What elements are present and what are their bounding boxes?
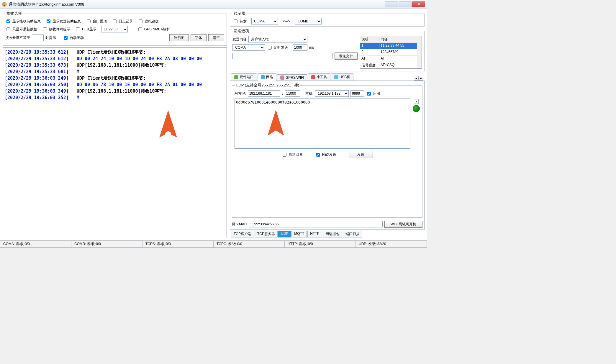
log-textarea[interactable]: [2020/2/29 19:35:33 612] UDP Client发送HEX… bbox=[3, 47, 227, 238]
hardware-icon bbox=[234, 75, 238, 79]
network-icon bbox=[261, 75, 265, 79]
forward-from-select[interactable]: COMA bbox=[251, 18, 278, 24]
hex-send-checkbox[interactable]: HEX发送 bbox=[315, 152, 337, 158]
tab-hardware-port[interactable]: 硬件端口 bbox=[231, 73, 257, 81]
send-file-input[interactable] bbox=[232, 53, 333, 59]
remote-ip-input[interactable] bbox=[248, 90, 280, 97]
right-pane: 转发器 转发 COMA <---> COMB 发送选项 发送内容 用户输入框 bbox=[230, 11, 425, 238]
usb-icon bbox=[334, 75, 338, 79]
length-ne-input[interactable] bbox=[32, 35, 44, 41]
network-panel: UDP (支持全网255.255.255.255广播) 对方IP: : 本机: … bbox=[230, 81, 425, 230]
recv-beep-checkbox[interactable]: 接收蜂鸣提示 bbox=[42, 27, 70, 32]
timed-send-checkbox[interactable]: 定时发送 bbox=[267, 45, 288, 50]
remote-ip-label: 对方IP: bbox=[235, 91, 246, 96]
subtab-mqtt[interactable]: MQTT bbox=[291, 231, 307, 237]
gps-nmea-checkbox[interactable]: GPS NMEA解析 bbox=[137, 27, 170, 32]
hex-display-checkbox[interactable]: HEX显示 bbox=[75, 27, 96, 32]
show-send-aux-checkbox[interactable]: 显示发送辅助信息 bbox=[45, 19, 81, 24]
forward-arrow-label: <---> bbox=[280, 19, 293, 23]
preset-row[interactable]: ATAT bbox=[360, 55, 422, 62]
tab-gprs-wifi[interactable]: GPRS/WIFI bbox=[277, 74, 307, 81]
udp-data-textarea[interactable] bbox=[235, 99, 410, 149]
status-comb: COMB: 发/收:0/0 bbox=[71, 241, 142, 247]
tabs-scroll-left[interactable]: ◄ bbox=[414, 76, 419, 81]
wol-button[interactable]: WOL局域网开机 bbox=[384, 221, 422, 228]
send-port-select[interactable]: COMA bbox=[232, 44, 265, 51]
tools-icon bbox=[311, 75, 315, 79]
svg-point-0 bbox=[2, 2, 6, 6]
local-ip-select[interactable]: 192.168.1.182 bbox=[315, 90, 349, 97]
udp-scroll-up[interactable]: ▲ bbox=[414, 99, 419, 104]
network-subtabs: TCP客户端 TCP服务器 UDP MQTT HTTP 网络抓包 端口扫描 bbox=[230, 230, 425, 238]
send-file-button[interactable]: 发送文件 bbox=[335, 53, 358, 60]
send-options-group: 发送选项 发送内容 用户输入框 COMA 定时发送 ms bbox=[230, 28, 425, 71]
tab-usb-bridge[interactable]: USB桥 bbox=[331, 73, 354, 81]
table-header: 说明 内容 bbox=[360, 36, 422, 42]
close-button[interactable]: ✕ bbox=[412, 1, 425, 7]
statusbar: COMA: 发/收:0/0 COMB: 发/收:0/0 TCPS: 发/收:0/… bbox=[0, 240, 427, 247]
timed-interval-input[interactable] bbox=[293, 44, 307, 51]
annotation-arrow-left bbox=[156, 95, 183, 153]
app-icon bbox=[2, 2, 7, 7]
subtab-netcap[interactable]: 网络抓包 bbox=[323, 231, 342, 237]
tab-network[interactable]: 网络 bbox=[258, 73, 276, 81]
show-recv-aux-checkbox[interactable]: 显示接收辅助信息 bbox=[5, 19, 41, 24]
preset-row[interactable]: 信号强度AT+CSQ bbox=[360, 62, 422, 68]
preset-row[interactable]: 2123456789 bbox=[360, 49, 422, 55]
titlebar: 通信猫调试软件 http://tongxinmao.com V308 — ☐ ✕ bbox=[0, 0, 427, 9]
tab-tools[interactable]: 小工具 bbox=[308, 73, 330, 81]
virtual-keyboard-checkbox[interactable]: 虚拟键盘 bbox=[137, 19, 159, 24]
waveform-button[interactable]: 波形图 bbox=[169, 34, 189, 41]
forwarder-legend: 转发器 bbox=[232, 11, 246, 16]
receive-options-legend: 接收选项 bbox=[5, 11, 23, 16]
app-window: 通信猫调试软件 http://tongxinmao.com V308 — ☐ ✕… bbox=[0, 0, 427, 248]
send-content-label: 发送内容 bbox=[232, 37, 247, 42]
status-tcpc: TCPC: 发/收:0/0 bbox=[214, 241, 285, 247]
forward-enable-checkbox[interactable]: 转发 bbox=[232, 19, 247, 24]
subtab-udp[interactable]: UDP bbox=[278, 231, 291, 237]
content-area: 接收选项 显示接收辅助信息 显示发送辅助信息 窗口置顶 日志记录 虚拟键盘 只显… bbox=[0, 9, 427, 240]
table-scrollbar[interactable] bbox=[417, 36, 422, 68]
minimize-button[interactable]: — bbox=[385, 1, 398, 7]
autoscroll-checkbox[interactable]: 自动滚动 bbox=[63, 35, 84, 41]
window-title: 通信猫调试软件 http://tongxinmao.com V308 bbox=[9, 2, 84, 7]
send-options-legend: 发送选项 bbox=[232, 28, 250, 34]
mac-input[interactable] bbox=[249, 221, 383, 227]
wifi-icon bbox=[280, 76, 284, 80]
hex-sample-select[interactable]: 11 22 33 bbox=[101, 26, 128, 32]
subtab-http[interactable]: HTTP bbox=[307, 231, 322, 237]
left-pane: 接收选项 显示接收辅助信息 显示发送辅助信息 窗口置顶 日志记录 虚拟键盘 只显… bbox=[3, 11, 227, 238]
tabs-scroll-right[interactable]: ► bbox=[419, 76, 423, 81]
udp-enable-checkbox[interactable]: 启用 bbox=[366, 91, 380, 96]
mac-label: 网卡MAC bbox=[232, 222, 247, 227]
subtab-tcp-client[interactable]: TCP客户端 bbox=[231, 231, 254, 237]
receive-options-group: 接收选项 显示接收辅助信息 显示发送辅助信息 窗口置顶 日志记录 虚拟键盘 只显… bbox=[3, 11, 227, 46]
udp-send-button[interactable]: 发送 bbox=[349, 151, 373, 158]
subtab-portscan[interactable]: 端口扫描 bbox=[343, 231, 362, 237]
status-tcps: TCPS: 发/收:0/0 bbox=[142, 241, 214, 247]
subtab-tcp-server[interactable]: TCP服务器 bbox=[255, 231, 278, 237]
maximize-button[interactable]: ☐ bbox=[399, 1, 412, 7]
topmost-checkbox[interactable]: 窗口置顶 bbox=[86, 19, 107, 24]
main-tabs: 硬件端口 网络 GPRS/WIFI 小工具 USB桥 ◄ ► bbox=[230, 73, 425, 81]
forward-to-select[interactable]: COMB bbox=[295, 18, 322, 24]
udp-status-indicator bbox=[413, 105, 420, 112]
local-ip-label: 本机: bbox=[305, 91, 313, 96]
local-port-input[interactable] bbox=[350, 90, 364, 97]
clear-button[interactable]: 清空 bbox=[208, 34, 224, 41]
forwarder-group: 转发器 转发 COMA <---> COMB bbox=[230, 11, 425, 27]
svg-point-1 bbox=[4, 3, 4, 4]
only-newest-checkbox[interactable]: 只显示最新数据 bbox=[5, 27, 37, 32]
status-http: HTTP: 发/收:0/0 bbox=[285, 241, 356, 247]
udp-legend: UDP (支持全网255.255.255.255广播) bbox=[235, 83, 300, 88]
udp-group: UDP (支持全网255.255.255.255广播) 对方IP: : 本机: … bbox=[232, 83, 422, 218]
preset-row[interactable]: 111 22 33 44 55 bbox=[360, 42, 422, 49]
status-coma: COMA: 发/收:0/0 bbox=[0, 241, 71, 247]
font-button[interactable]: 字体 bbox=[191, 34, 207, 41]
send-content-select[interactable]: 用户输入框 bbox=[248, 36, 307, 42]
send-presets-table[interactable]: 说明 内容 111 22 33 44 552123456789ATAT信号强度A… bbox=[360, 36, 422, 69]
svg-point-2 bbox=[5, 3, 6, 4]
log-record-checkbox[interactable]: 日志记录 bbox=[112, 19, 133, 24]
auto-reply-checkbox[interactable]: 自动回复 bbox=[281, 152, 303, 158]
remote-port-input[interactable] bbox=[285, 90, 300, 97]
